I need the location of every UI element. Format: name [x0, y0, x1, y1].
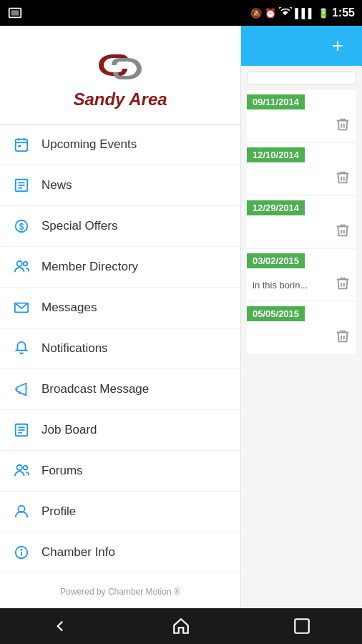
svg-point-13 [17, 261, 22, 266]
right-header: + [241, 26, 362, 66]
envelope-icon [11, 298, 31, 318]
entry-row: in this borin... [247, 270, 356, 301]
delete-icon[interactable] [335, 170, 351, 189]
status-bar-left [7, 5, 23, 21]
alarm-icon: ⏰ [265, 8, 276, 19]
upcoming-events-label: Upcoming Events [41, 137, 137, 152]
people-icon [11, 257, 31, 277]
svg-point-14 [24, 262, 28, 266]
entry-date: 09/11/2014 [247, 94, 305, 109]
sidebar-header: Sandy Area [0, 26, 240, 125]
sidebar-item-messages[interactable]: Messages [0, 288, 240, 328]
entry-row [247, 164, 356, 195]
member-directory-label: Member Directory [41, 260, 138, 274]
list-item: 12/10/2014 [247, 143, 356, 195]
entry-date: 12/10/2014 [247, 147, 305, 162]
sidebar: Sandy Area Upcoming Events News $ [0, 26, 241, 608]
entry-row [247, 323, 356, 353]
entry-text: in this borin... [253, 280, 335, 291]
info-icon [11, 542, 31, 562]
recent-apps-button[interactable] [280, 612, 323, 640]
add-icon: + [332, 36, 343, 56]
back-button[interactable] [39, 612, 82, 640]
calendar-icon [11, 135, 31, 155]
job-board-icon [11, 420, 31, 440]
delete-icon[interactable] [335, 328, 351, 348]
status-time: 1:55 [332, 6, 355, 19]
home-button[interactable] [160, 612, 202, 640]
mute-icon: 🔕 [250, 8, 262, 19]
delete-icon[interactable] [335, 117, 351, 136]
list-item: 12/29/2014 [247, 196, 356, 248]
dollar-icon: $ [11, 216, 31, 236]
status-bar: 🔕 ⏰ ▌▌▌ 🔋 1:55 [0, 0, 362, 26]
profile-label: Profile [41, 504, 76, 519]
svg-rect-6 [18, 145, 21, 147]
entry-row [247, 217, 356, 248]
svg-point-20 [17, 465, 22, 470]
svg-point-21 [24, 466, 28, 470]
powered-by-text: Powered by Chamber Motion ® [60, 587, 180, 597]
app-container: Sandy Area Upcoming Events News $ [0, 26, 362, 608]
sidebar-item-news[interactable]: News [0, 165, 240, 206]
sidebar-item-upcoming-events[interactable]: Upcoming Events [0, 125, 240, 165]
screenshot-icon [7, 5, 23, 21]
logo-container: Sandy Area [73, 40, 167, 109]
add-button[interactable]: + [325, 33, 351, 59]
sidebar-item-job-board[interactable]: Job Board [0, 410, 240, 451]
home-icon [172, 617, 190, 635]
logo-text: Sandy Area [73, 89, 167, 109]
chamber-info-label: Chamber Info [41, 545, 115, 560]
wifi-svg [279, 7, 292, 17]
bottom-nav [0, 608, 362, 644]
sidebar-item-chamber-info[interactable]: Chamber Info [0, 532, 240, 573]
entry-date: 03/02/2015 [247, 253, 305, 268]
list-item: 03/02/2015 in this borin... [247, 249, 356, 301]
entry-row [247, 111, 356, 142]
list-item: 05/05/2015 [247, 302, 356, 353]
news-label: News [41, 178, 72, 192]
recent-apps-icon [293, 617, 311, 635]
special-offers-label: Special Offers [41, 219, 117, 233]
main-content: Sandy Area Upcoming Events News $ [0, 26, 362, 608]
status-bar-right: 🔕 ⏰ ▌▌▌ 🔋 1:55 [250, 6, 355, 19]
svg-rect-1 [11, 10, 19, 15]
notifications-label: Notifications [41, 341, 108, 356]
entry-date: 12/29/2014 [247, 200, 305, 215]
broadcast-message-label: Broadcast Message [41, 382, 149, 396]
svg-text:$: $ [19, 222, 24, 232]
forums-label: Forums [41, 464, 83, 478]
sidebar-item-notifications[interactable]: Notifications [0, 328, 240, 369]
bell-icon [11, 338, 31, 358]
sidebar-footer: Powered by Chamber Motion ® [0, 575, 240, 608]
profile-icon [11, 502, 31, 522]
battery-icon: 🔋 [318, 8, 329, 19]
sidebar-item-member-directory[interactable]: Member Directory [0, 247, 240, 288]
company-logo-icon [88, 40, 152, 87]
svg-marker-26 [174, 619, 188, 633]
sidebar-item-profile[interactable]: Profile [0, 492, 240, 532]
broadcast-icon [11, 379, 31, 399]
entry-date: 05/05/2015 [247, 306, 305, 321]
list-item: 09/11/2014 [247, 90, 356, 142]
entries-list: 09/11/2014 12/10/2014 [241, 90, 362, 608]
svg-rect-2 [16, 140, 28, 152]
sidebar-item-forums[interactable]: Forums [0, 451, 240, 492]
sidebar-item-special-offers[interactable]: $ Special Offers [0, 206, 240, 247]
back-icon [51, 617, 69, 635]
wifi-icon [279, 7, 292, 19]
right-panel: + 09/11/2014 12/10/2014 [241, 26, 362, 608]
delete-icon[interactable] [335, 223, 351, 242]
news-icon [11, 175, 31, 195]
job-board-label: Job Board [41, 423, 97, 437]
search-bar[interactable] [247, 72, 356, 84]
sidebar-item-broadcast-message[interactable]: Broadcast Message [0, 369, 240, 410]
svg-rect-27 [295, 619, 309, 633]
messages-label: Messages [41, 301, 97, 315]
signal-icon: ▌▌▌ [295, 8, 315, 19]
forums-icon [11, 461, 31, 481]
delete-icon[interactable] [335, 275, 351, 295]
